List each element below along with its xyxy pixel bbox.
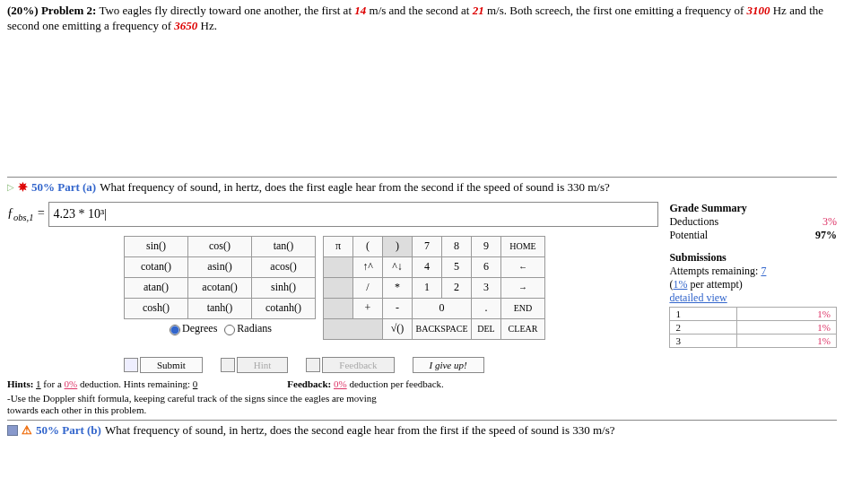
left-button[interactable]: ←: [501, 256, 545, 277]
cotan-button[interactable]: cotan(): [125, 256, 188, 277]
answer-input[interactable]: [48, 202, 658, 227]
part-a-label: 50% Part (a): [31, 180, 96, 195]
acotan-button[interactable]: acotan(): [188, 277, 252, 298]
num-6-button[interactable]: 6: [472, 256, 501, 277]
minus-button[interactable]: -: [383, 298, 413, 318]
plus-button[interactable]: +: [353, 298, 383, 318]
radians-radio[interactable]: [224, 325, 235, 335]
numeric-keypad: π ( ) 7 8 9 HOME ↑^ ^↓ 4 5 6 ←: [323, 236, 545, 340]
rparen-button[interactable]: ): [383, 236, 413, 256]
dot-button[interactable]: .: [472, 298, 501, 318]
submit-button[interactable]: Submit: [124, 357, 203, 373]
backspace-button[interactable]: BACKSPACE: [413, 318, 472, 339]
num-5-button[interactable]: 5: [442, 256, 472, 277]
num-7-button[interactable]: 7: [413, 236, 442, 256]
detailed-view-link[interactable]: detailed view: [669, 291, 837, 305]
hint-text: -Use the Doppler shift formula, keeping …: [7, 393, 384, 416]
hint-button: Hint: [221, 357, 289, 373]
problem-weight: (20%) Problem 2:: [7, 4, 96, 17]
part-b-label: 50% Part (b): [36, 423, 101, 438]
asin-button[interactable]: asin(): [188, 256, 252, 277]
wrong-icon: ✵: [18, 180, 28, 195]
acos-button[interactable]: acos(): [252, 256, 316, 277]
hints-info: Hints: 1 for a 0% deduction. Hints remai…: [7, 378, 197, 389]
sub-button[interactable]: ^↓: [383, 256, 413, 277]
problem-statement: (20%) Problem 2: Two eagles fly directly…: [7, 4, 837, 34]
feedback-info: Feedback: 0% deduction per feedback.: [287, 378, 443, 389]
del-button[interactable]: DEL: [472, 318, 501, 339]
sinh-button[interactable]: sinh(): [252, 277, 316, 298]
home-button[interactable]: HOME: [501, 236, 545, 256]
cos-button[interactable]: cos(): [188, 236, 252, 256]
degrees-radio[interactable]: [170, 325, 180, 335]
num-0-button[interactable]: 0: [413, 298, 472, 318]
atan-button[interactable]: atan(): [125, 277, 188, 298]
end-button[interactable]: END: [501, 298, 545, 318]
lparen-button[interactable]: (: [353, 236, 383, 256]
attempts-table: 11% 21% 31%: [669, 307, 837, 348]
num-4-button[interactable]: 4: [413, 256, 442, 277]
attempts-link[interactable]: 7: [761, 265, 766, 277]
tan-button[interactable]: tan(): [252, 236, 316, 256]
mul-button[interactable]: *: [383, 277, 413, 298]
warning-icon: ⚠: [22, 423, 32, 438]
pi-button[interactable]: π: [324, 236, 353, 256]
cotanh-button[interactable]: cotanh(): [252, 298, 316, 318]
div-button[interactable]: /: [353, 277, 383, 298]
num-2-button[interactable]: 2: [442, 277, 472, 298]
right-button[interactable]: →: [501, 277, 545, 298]
blank-button: [324, 256, 353, 277]
giveup-button[interactable]: I give up!: [413, 357, 484, 373]
triangle-icon: ▷: [7, 182, 14, 192]
answer-variable: ƒobs,1 =: [7, 206, 45, 222]
grade-summary-title: Grade Summary: [669, 202, 837, 215]
feedback-button: Feedback: [306, 357, 394, 373]
square-icon: [7, 425, 18, 436]
num-1-button[interactable]: 1: [413, 277, 442, 298]
submissions-title: Submissions: [669, 251, 837, 265]
function-keypad: sin() cos() tan() cotan() asin() acos() …: [124, 236, 316, 339]
num-3-button[interactable]: 3: [472, 277, 501, 298]
cosh-button[interactable]: cosh(): [125, 298, 188, 318]
num-8-button[interactable]: 8: [442, 236, 472, 256]
tanh-button[interactable]: tanh(): [188, 298, 252, 318]
sqrt-button[interactable]: √(): [383, 318, 413, 339]
clear-button[interactable]: CLEAR: [501, 318, 545, 339]
part-a-question: What frequency of sound, in hertz, does …: [100, 180, 610, 195]
part-b-header: ⚠ 50% Part (b) What frequency of sound, …: [7, 420, 837, 439]
part-b-question: What frequency of sound, in hertz, does …: [105, 423, 615, 438]
sup-button[interactable]: ↑^: [353, 256, 383, 277]
num-9-button[interactable]: 9: [472, 236, 501, 256]
sin-button[interactable]: sin(): [125, 236, 188, 256]
part-a-header: ▷ ✵ 50% Part (a) What frequency of sound…: [7, 177, 837, 196]
